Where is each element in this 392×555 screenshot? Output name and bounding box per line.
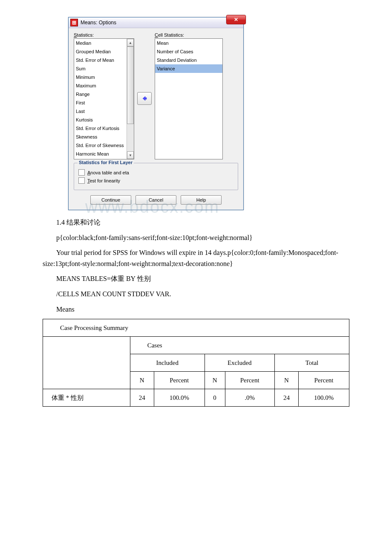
anova-checkbox[interactable] — [78, 169, 85, 176]
first-layer-groupbox: Statistics for First Layer Anova table a… — [74, 163, 238, 190]
scroll-thumb[interactable] — [127, 46, 134, 124]
groupbox-title: Statistics for First Layer — [78, 160, 134, 165]
stat-item[interactable]: Harmonic Mean — [74, 150, 127, 158]
table-cell: 100.0% — [154, 389, 205, 407]
paragraph: Means — [43, 304, 349, 315]
cell-item[interactable]: Number of Cases — [155, 47, 222, 56]
stat-item[interactable]: Last — [74, 107, 127, 116]
paragraph: MEANS TABLES=体重 BY 性别 — [43, 273, 349, 284]
table-row-label: 体重 * 性别 — [43, 389, 130, 407]
close-button[interactable]: ✕ — [226, 15, 246, 24]
paragraph: /CELLS MEAN COUNT STDDEV VAR. — [43, 289, 349, 300]
dialog-titlebar: ⊞ Means: Options ✕ — [69, 17, 243, 28]
case-processing-summary-table: Case Processing Summary Cases Included E… — [43, 319, 349, 407]
stat-item[interactable]: Grouped Median — [74, 47, 127, 56]
table-title: Case Processing Summary — [43, 319, 349, 337]
section-heading: 1.4 结果和讨论 — [43, 217, 349, 228]
dialog-title: Means: Options — [81, 20, 116, 26]
means-options-dialog: ⊞ Means: Options ✕ Statistics: Median Gr… — [68, 17, 244, 210]
stat-item[interactable]: Skewness — [74, 133, 127, 141]
stat-item[interactable]: Sum — [74, 64, 127, 73]
stat-item[interactable]: Range — [74, 90, 127, 98]
statistics-listbox[interactable]: Median Grouped Median Std. Error of Mean… — [74, 38, 134, 159]
stat-item[interactable]: Median — [74, 39, 127, 47]
anova-label: Anova table and eta — [87, 170, 129, 175]
linearity-label: Test for linearity — [87, 178, 120, 183]
help-button[interactable]: Help — [181, 195, 222, 205]
dialog-body: Statistics: Median Grouped Median Std. E… — [69, 28, 243, 210]
app-icon: ⊞ — [70, 19, 78, 26]
cancel-button[interactable]: Cancel — [135, 195, 176, 205]
table-cell — [43, 337, 130, 389]
table-cell: 0 — [205, 389, 225, 407]
cell-item[interactable]: Variance — [155, 64, 222, 73]
table-cell: Excluded — [205, 354, 274, 372]
table-cell: Cases — [130, 337, 349, 354]
table-cell: Total — [274, 354, 349, 372]
stat-item[interactable]: Std. Error of Skewness — [74, 141, 127, 150]
table-cell: .0% — [225, 389, 274, 407]
paragraph: Your trial period for SPSS for Windows w… — [43, 247, 349, 269]
cell-item[interactable]: Mean — [155, 39, 222, 47]
stat-item[interactable]: Std. Error of Mean — [74, 56, 127, 64]
stat-item[interactable]: First — [74, 98, 127, 107]
table-cell: N — [274, 372, 298, 389]
table-cell: N — [130, 372, 154, 389]
stat-item[interactable]: Geometric Mean — [74, 158, 127, 159]
scroll-up-icon[interactable]: ▲ — [127, 39, 134, 46]
table-cell: 24 — [130, 389, 154, 407]
statistics-label: Statistics: — [74, 32, 134, 38]
stat-item[interactable]: Kurtosis — [74, 116, 127, 124]
move-left-button[interactable] — [137, 92, 152, 105]
table-cell: Percent — [225, 372, 274, 389]
continue-button[interactable]: Continue — [90, 195, 131, 205]
arrow-left-icon — [141, 95, 147, 101]
table-cell: N — [205, 372, 225, 389]
scroll-down-icon[interactable]: ▼ — [127, 151, 134, 159]
stat-item[interactable]: Minimum — [74, 73, 127, 81]
cell-statistics-listbox[interactable]: Mean Number of Cases Standard Deviation … — [155, 38, 223, 159]
stat-item[interactable]: Std. Error of Kurtosis — [74, 124, 127, 133]
table-cell: 100.0% — [299, 389, 349, 407]
scroll-track[interactable] — [127, 46, 134, 151]
document-body: 1.4 结果和讨论 p{color:black;font-family:sans… — [43, 217, 349, 407]
stat-item[interactable]: Maximum — [74, 81, 127, 90]
linearity-checkbox[interactable] — [78, 177, 85, 184]
cell-statistics-label: Cell Statistics: — [155, 32, 223, 38]
table-cell: Percent — [299, 372, 349, 389]
table-cell: Included — [130, 354, 205, 372]
paragraph: p{color:black;font-family:sans-serif;fon… — [43, 232, 349, 243]
table-cell: Percent — [154, 372, 205, 389]
statistics-items: Median Grouped Median Std. Error of Mean… — [74, 39, 127, 159]
cell-item[interactable]: Standard Deviation — [155, 56, 222, 64]
scrollbar[interactable]: ▲ ▼ — [127, 39, 134, 159]
table-cell: 24 — [274, 389, 298, 407]
